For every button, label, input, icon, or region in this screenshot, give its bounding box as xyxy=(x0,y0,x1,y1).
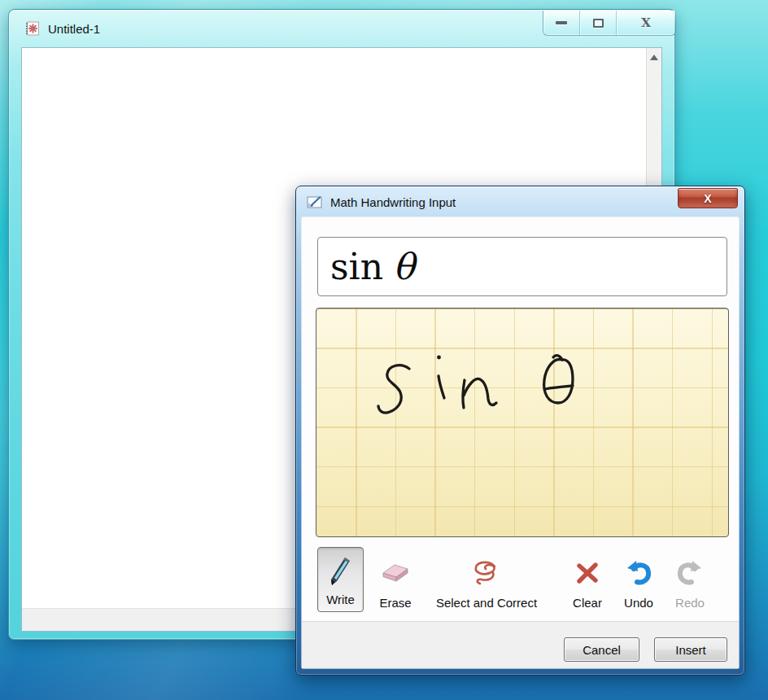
math-handwriting-dialog: Math Handwriting Input X sin θ xyxy=(295,186,745,676)
main-window-title: Untitled-1 xyxy=(48,22,100,36)
erase-label: Erase xyxy=(379,594,411,612)
close-icon: X xyxy=(704,192,711,205)
dialog-footer: Cancel Insert xyxy=(302,621,739,668)
pen-icon xyxy=(329,557,351,587)
undo-arrow-icon xyxy=(626,560,652,586)
select-and-correct-label: Select and Correct xyxy=(436,594,537,612)
select-and-correct-tool-button[interactable]: Select and Correct xyxy=(421,547,552,612)
preview-variable: θ xyxy=(393,246,415,287)
cancel-button[interactable]: Cancel xyxy=(564,637,639,662)
write-tool-button[interactable]: Write xyxy=(317,547,364,612)
insert-label: Insert xyxy=(675,643,706,657)
maximize-icon xyxy=(593,19,604,28)
redo-label: Redo xyxy=(675,594,705,612)
eraser-icon xyxy=(381,562,410,584)
clear-x-icon xyxy=(575,561,600,585)
handwriting-input-icon xyxy=(307,195,323,209)
insert-button[interactable]: Insert xyxy=(654,637,727,662)
undo-button[interactable]: Undo xyxy=(616,547,661,612)
desktop: Untitled-1 X xyxy=(0,0,768,700)
handwriting-canvas[interactable] xyxy=(316,308,729,537)
clear-label: Clear xyxy=(573,594,602,612)
dialog-title: Math Handwriting Input xyxy=(330,195,456,209)
scroll-up-icon[interactable] xyxy=(650,55,658,60)
window-controls: X xyxy=(543,11,676,36)
lasso-icon xyxy=(469,559,504,587)
write-label: Write xyxy=(326,591,355,609)
recognition-preview: sin θ xyxy=(317,237,727,296)
erase-tool-button[interactable]: Erase xyxy=(370,547,421,612)
redo-button[interactable]: Redo xyxy=(667,547,713,612)
preview-function: sin xyxy=(330,246,383,287)
maximize-button[interactable] xyxy=(580,11,617,35)
scratchpad-app-icon xyxy=(25,21,40,36)
minimize-button[interactable] xyxy=(543,11,580,35)
clear-tool-button[interactable]: Clear xyxy=(563,547,612,612)
dialog-client-area: sin θ xyxy=(302,217,739,668)
undo-label: Undo xyxy=(624,594,653,612)
close-button[interactable]: X xyxy=(617,11,675,35)
ink-strokes xyxy=(316,308,729,537)
dialog-close-button[interactable]: X xyxy=(678,188,738,208)
minimize-icon xyxy=(556,21,567,24)
redo-arrow-icon xyxy=(677,560,703,586)
close-icon: X xyxy=(641,15,651,30)
cancel-label: Cancel xyxy=(583,643,621,657)
i-dot xyxy=(437,356,441,360)
